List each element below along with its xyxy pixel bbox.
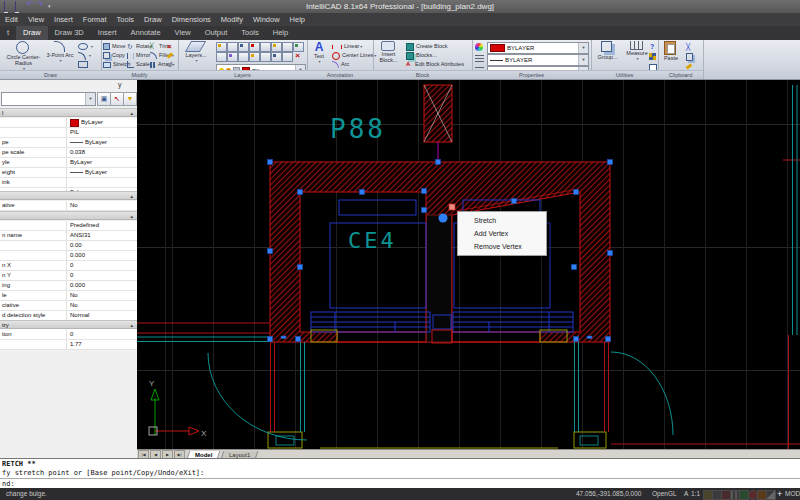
- help-tip-icon[interactable]: ?: [650, 43, 654, 50]
- property-row-origin-y[interactable]: n Y0: [0, 271, 137, 281]
- layer-tool-icon[interactable]: [282, 42, 293, 52]
- edit-block-attributes-button[interactable]: AEdit Block Attributes: [406, 60, 464, 69]
- three-point-arc-button[interactable]: 3-Point Arc▾: [46, 41, 74, 64]
- measure-button[interactable]: Measure▾: [624, 41, 650, 62]
- command-input-line[interactable]: nd:: [2, 480, 15, 488]
- lineweight-combo[interactable]: BYLAYER ▼: [487, 54, 589, 66]
- menu-modify[interactable]: Modify: [216, 13, 248, 26]
- mirror-button[interactable]: Mirror: [127, 51, 150, 60]
- property-row-annotative[interactable]: ativeNo: [0, 201, 137, 211]
- collapse-icon[interactable]: ▲: [130, 321, 134, 330]
- property-row-pattern-name[interactable]: n nameANSI31: [0, 231, 137, 241]
- plus-icon[interactable]: +: [777, 488, 782, 500]
- circle-center-radius-button[interactable]: Circle Center-Radius▾: [2, 41, 45, 72]
- ribbon-tab-fragment[interactable]: t: [0, 26, 16, 40]
- filter-icon[interactable]: ▼: [123, 92, 137, 106]
- menu-window[interactable]: Window: [248, 13, 285, 26]
- menu-edit[interactable]: Edit: [0, 13, 23, 26]
- rectangle-button[interactable]: [78, 60, 90, 69]
- hot-grip-handle[interactable]: [449, 204, 455, 210]
- context-menu-item-add-vertex[interactable]: Add Vertex: [458, 227, 546, 240]
- linear-dimension-button[interactable]: Linear▾: [332, 42, 362, 51]
- layer-tool-icon[interactable]: [271, 52, 282, 62]
- ribbon-tab-help[interactable]: Help: [266, 26, 295, 40]
- model-space-toggle[interactable]: MODEL: [785, 488, 800, 500]
- hatched-column[interactable]: [424, 85, 452, 142]
- property-row-double[interactable]: leNo: [0, 291, 137, 301]
- polyline-button[interactable]: ▾: [78, 51, 91, 60]
- command-splitter[interactable]: [0, 478, 800, 479]
- palette-grid-icon[interactable]: [649, 53, 656, 60]
- property-row-type[interactable]: Predefined: [0, 221, 137, 231]
- menu-dimensions[interactable]: Dimensions: [167, 13, 216, 26]
- entity-selector-combo[interactable]: ▼: [1, 92, 96, 106]
- center-lines-button[interactable]: Center Lines▾: [332, 51, 376, 60]
- label-ce4[interactable]: CE4: [348, 228, 397, 253]
- renderer-label[interactable]: OpenGL: [652, 488, 677, 500]
- property-row-lineweight[interactable]: eightByLayer: [0, 168, 137, 178]
- ribbon-tab-annotate[interactable]: Annotate: [124, 26, 168, 40]
- selected-vertex-dot[interactable]: [439, 214, 448, 223]
- property-row-hyperlink[interactable]: ink: [0, 178, 137, 188]
- move-button[interactable]: Move: [103, 42, 125, 51]
- section-pattern-2[interactable]: ▲: [0, 211, 137, 220]
- layer-tool-icon[interactable]: [216, 52, 227, 62]
- quick-select-icon[interactable]: ▣: [97, 92, 111, 106]
- coordinates-readout[interactable]: 47.056,-391.085,0.000: [576, 488, 641, 500]
- property-row-angle[interactable]: 0.00: [0, 241, 137, 251]
- chevron-down-icon[interactable]: ▼: [85, 93, 95, 105]
- select-entities-icon[interactable]: ↖: [110, 92, 124, 106]
- ribbon-tab-insert[interactable]: Insert: [91, 26, 124, 40]
- layer-tool-icon[interactable]: [216, 42, 227, 52]
- chevron-down-icon[interactable]: ▼: [578, 43, 588, 53]
- property-row-plot-style[interactable]: yleByLayer: [0, 158, 137, 168]
- property-row-origin-x[interactable]: n X0: [0, 261, 137, 271]
- property-row-scale[interactable]: 0.000: [0, 251, 137, 261]
- layer-tool-icon[interactable]: [260, 52, 271, 62]
- ribbon-tab-draw3d[interactable]: Draw 3D: [48, 26, 91, 40]
- menu-help[interactable]: Help: [285, 13, 310, 26]
- menu-format[interactable]: Format: [78, 13, 112, 26]
- color-combo[interactable]: BYLAYER ▼: [487, 42, 589, 54]
- property-row-linetype-scale[interactable]: pe scale0.038: [0, 148, 137, 158]
- layer-tool-icon[interactable]: [260, 42, 271, 52]
- layer-tool-icon[interactable]: [227, 42, 238, 52]
- property-row-area[interactable]: 1.77: [0, 340, 137, 350]
- copy-button[interactable]: Copy: [103, 51, 125, 60]
- match-properties-button[interactable]: ↺: [167, 60, 173, 69]
- section-pattern[interactable]: ▲: [0, 191, 137, 200]
- command-window[interactable]: RETCH ** fy stretch point or [Base point…: [0, 458, 800, 489]
- ribbon-tab-draw[interactable]: Draw: [16, 26, 48, 40]
- ribbon-tab-view[interactable]: View: [168, 26, 198, 40]
- text-button[interactable]: A Text▾: [309, 41, 329, 65]
- layer-delete-icon[interactable]: ×: [293, 52, 302, 60]
- drawing-canvas[interactable]: P88 CE4 Y X: [137, 80, 800, 449]
- menu-view[interactable]: View: [23, 13, 49, 26]
- layer-tool-icon[interactable]: [238, 42, 249, 52]
- create-block-button[interactable]: Create Block: [406, 42, 448, 51]
- context-menu-item-stretch[interactable]: Stretch: [458, 214, 546, 227]
- property-row-linetype[interactable]: peByLayer: [0, 138, 137, 148]
- property-row-layer[interactable]: PIL: [0, 128, 137, 138]
- annotation-scale-icon[interactable]: A: [684, 488, 688, 500]
- group-button[interactable]: Group...: [594, 41, 621, 60]
- ellipse-button[interactable]: ▾: [78, 42, 93, 51]
- section-geometry[interactable]: try▲: [0, 320, 137, 329]
- property-row-elevation[interactable]: tion0: [0, 330, 137, 340]
- layer-tool-icon[interactable]: [249, 42, 260, 52]
- ribbon-tab-output[interactable]: Output: [198, 26, 235, 40]
- cut-button[interactable]: ╳: [686, 42, 690, 51]
- menu-draw[interactable]: Draw: [139, 13, 167, 26]
- layer-tool-icon[interactable]: [249, 52, 260, 62]
- copy-clipboard-button[interactable]: [686, 52, 695, 61]
- label-p88[interactable]: P88: [330, 114, 386, 144]
- ribbon-tab-tools[interactable]: Tools: [234, 26, 266, 40]
- scale-readout[interactable]: 1:1: [691, 488, 700, 500]
- collapse-icon[interactable]: ▲: [130, 212, 134, 221]
- property-row-color[interactable]: ByLayer: [0, 118, 137, 128]
- property-row-associative[interactable]: ciativeNo: [0, 301, 137, 311]
- scale-button[interactable]: Scale: [127, 60, 150, 69]
- quick-draft-icon[interactable]: [766, 490, 776, 500]
- blocks-button[interactable]: Blocks...: [406, 51, 437, 60]
- explode-button[interactable]: [167, 51, 175, 60]
